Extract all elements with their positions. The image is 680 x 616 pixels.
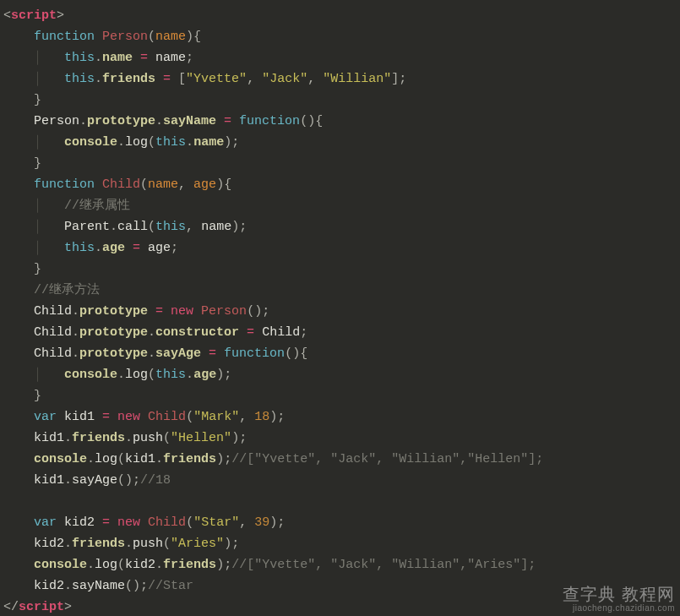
param-name: name <box>155 30 186 44</box>
comment-array-aries: //["Yvette", "Jack", "Willian","Aries"]; <box>231 558 536 572</box>
fn-child: Child <box>102 177 140 192</box>
comment-star: //Star <box>148 579 193 593</box>
comment-inherit-method: //继承方法 <box>34 283 100 297</box>
open-tag-name: script <box>11 8 57 23</box>
open-tag-lt: < <box>3 8 11 23</box>
close-tag-lt: </ <box>3 600 19 614</box>
code-block: <script> function Person(name){ │ this.n… <box>3 5 680 616</box>
comment-18: //18 <box>140 473 171 488</box>
comment-array-hellen: //["Yvette", "Jack", "Willian","Hellen"]… <box>231 452 543 466</box>
fn-person: Person <box>102 30 148 44</box>
close-tag-gt: > <box>64 600 72 614</box>
comment-inherit-prop: //继承属性 <box>64 199 130 213</box>
kw-function: function <box>34 30 95 44</box>
close-tag-name: script <box>19 600 64 614</box>
open-tag-gt: > <box>57 8 64 23</box>
